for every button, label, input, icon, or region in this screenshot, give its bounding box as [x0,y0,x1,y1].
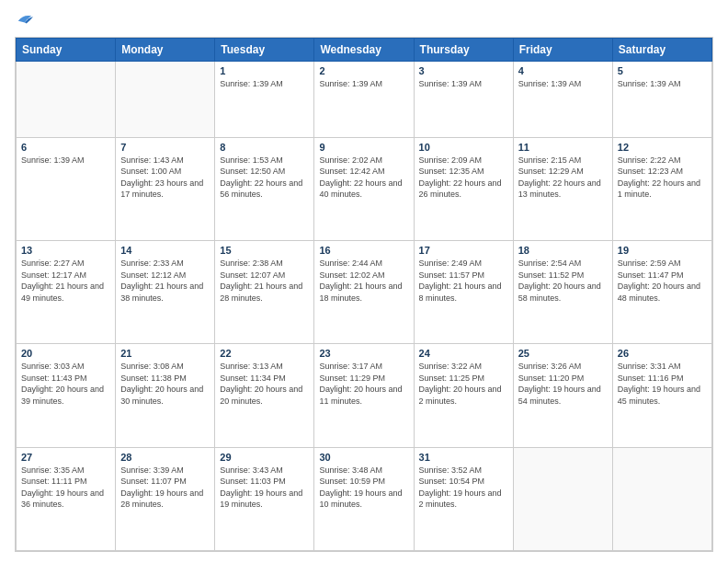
day-info: Sunrise: 2:49 AM Sunset: 11:57 PM Daylig… [419,258,508,304]
logo [15,11,33,29]
calendar-cell: 26Sunrise: 3:31 AM Sunset: 11:16 PM Dayl… [612,344,711,447]
day-number: 4 [518,65,608,76]
day-number: 3 [419,65,508,76]
day-info: Sunrise: 3:39 AM Sunset: 11:07 PM Daylig… [120,465,210,511]
calendar-cell: 12Sunrise: 2:22 AM Sunset: 12:23 AM Dayl… [612,137,711,240]
day-info: Sunrise: 1:39 AM [618,78,707,90]
day-number: 22 [220,348,309,359]
day-number: 29 [220,452,309,463]
calendar-week-3: 13Sunrise: 2:27 AM Sunset: 12:17 AM Dayl… [17,240,712,343]
day-info: Sunrise: 1:39 AM [319,78,408,90]
weekday-header-sunday: Sunday [17,38,116,61]
day-number: 26 [618,348,707,359]
day-number: 12 [618,142,707,153]
calendar-cell [17,61,116,137]
calendar-cell [116,61,215,137]
day-info: Sunrise: 1:43 AM Sunset: 1:00 AM Dayligh… [120,155,210,201]
weekday-header-thursday: Thursday [414,38,513,61]
day-number: 16 [319,245,408,256]
calendar: SundayMondayTuesdayWednesdayThursdayFrid… [15,37,713,552]
day-number: 7 [120,142,210,153]
calendar-cell: 14Sunrise: 2:33 AM Sunset: 12:12 AM Dayl… [116,240,215,343]
day-info: Sunrise: 3:22 AM Sunset: 11:25 PM Daylig… [419,361,508,407]
weekday-header-tuesday: Tuesday [215,38,314,61]
day-info: Sunrise: 2:15 AM Sunset: 12:29 AM Daylig… [518,155,608,201]
calendar-cell: 17Sunrise: 2:49 AM Sunset: 11:57 PM Dayl… [414,240,513,343]
weekday-header-monday: Monday [116,38,215,61]
day-info: Sunrise: 2:27 AM Sunset: 12:17 AM Daylig… [21,258,110,304]
day-info: Sunrise: 2:22 AM Sunset: 12:23 AM Daylig… [618,155,707,201]
calendar-cell: 6Sunrise: 1:39 AM [17,137,116,240]
header [15,11,713,29]
calendar-week-1: 1Sunrise: 1:39 AM2Sunrise: 1:39 AM3Sunri… [17,61,712,137]
calendar-cell [513,447,612,550]
day-number: 27 [21,452,110,463]
day-number: 13 [21,245,110,256]
calendar-cell: 1Sunrise: 1:39 AM [215,61,314,137]
day-info: Sunrise: 2:54 AM Sunset: 11:52 PM Daylig… [518,258,608,304]
day-number: 5 [618,65,707,76]
day-number: 19 [618,245,707,256]
calendar-cell: 31Sunrise: 3:52 AM Sunset: 10:54 PM Dayl… [414,447,513,550]
calendar-cell: 5Sunrise: 1:39 AM [612,61,711,137]
calendar-cell: 13Sunrise: 2:27 AM Sunset: 12:17 AM Dayl… [17,240,116,343]
day-info: Sunrise: 2:09 AM Sunset: 12:35 AM Daylig… [419,155,508,201]
calendar-cell: 23Sunrise: 3:17 AM Sunset: 11:29 PM Dayl… [314,344,414,447]
day-info: Sunrise: 2:44 AM Sunset: 12:02 AM Daylig… [319,258,408,304]
day-number: 24 [419,348,508,359]
calendar-cell: 30Sunrise: 3:48 AM Sunset: 10:59 PM Dayl… [314,447,414,550]
calendar-cell: 18Sunrise: 2:54 AM Sunset: 11:52 PM Dayl… [513,240,612,343]
calendar-cell: 10Sunrise: 2:09 AM Sunset: 12:35 AM Dayl… [414,137,513,240]
day-info: Sunrise: 1:53 AM Sunset: 12:50 AM Daylig… [220,155,309,201]
day-number: 10 [419,142,508,153]
calendar-week-5: 27Sunrise: 3:35 AM Sunset: 11:11 PM Dayl… [17,447,712,550]
day-number: 9 [319,142,408,153]
calendar-cell: 28Sunrise: 3:39 AM Sunset: 11:07 PM Dayl… [116,447,215,550]
calendar-cell: 16Sunrise: 2:44 AM Sunset: 12:02 AM Dayl… [314,240,414,343]
calendar-cell: 3Sunrise: 1:39 AM [414,61,513,137]
calendar-week-2: 6Sunrise: 1:39 AM7Sunrise: 1:43 AM Sunse… [17,137,712,240]
weekday-header-wednesday: Wednesday [314,38,414,61]
calendar-cell: 4Sunrise: 1:39 AM [513,61,612,137]
weekday-header-friday: Friday [513,38,612,61]
day-info: Sunrise: 3:03 AM Sunset: 11:43 PM Daylig… [21,361,110,407]
day-info: Sunrise: 1:39 AM [21,155,110,167]
day-info: Sunrise: 3:52 AM Sunset: 10:54 PM Daylig… [419,465,508,511]
day-number: 28 [120,452,210,463]
day-number: 20 [21,348,110,359]
calendar-cell: 27Sunrise: 3:35 AM Sunset: 11:11 PM Dayl… [17,447,116,550]
page: SundayMondayTuesdayWednesdayThursdayFrid… [0,0,728,563]
day-info: Sunrise: 2:59 AM Sunset: 11:47 PM Daylig… [618,258,707,304]
day-number: 17 [419,245,508,256]
calendar-cell: 21Sunrise: 3:08 AM Sunset: 11:38 PM Dayl… [116,344,215,447]
weekday-header-saturday: Saturday [612,38,711,61]
calendar-cell: 22Sunrise: 3:13 AM Sunset: 11:34 PM Dayl… [215,344,314,447]
day-info: Sunrise: 1:39 AM [220,78,309,90]
day-info: Sunrise: 2:38 AM Sunset: 12:07 AM Daylig… [220,258,309,304]
day-number: 8 [220,142,309,153]
calendar-cell: 19Sunrise: 2:59 AM Sunset: 11:47 PM Dayl… [612,240,711,343]
day-info: Sunrise: 3:48 AM Sunset: 10:59 PM Daylig… [319,465,408,511]
day-number: 15 [220,245,309,256]
calendar-cell: 11Sunrise: 2:15 AM Sunset: 12:29 AM Dayl… [513,137,612,240]
calendar-cell: 20Sunrise: 3:03 AM Sunset: 11:43 PM Dayl… [17,344,116,447]
calendar-cell [612,447,711,550]
day-number: 1 [220,65,309,76]
day-number: 14 [120,245,210,256]
calendar-cell: 7Sunrise: 1:43 AM Sunset: 1:00 AM Daylig… [116,137,215,240]
day-info: Sunrise: 1:39 AM [518,78,608,90]
day-info: Sunrise: 2:33 AM Sunset: 12:12 AM Daylig… [120,258,210,304]
calendar-cell: 9Sunrise: 2:02 AM Sunset: 12:42 AM Dayli… [314,137,414,240]
day-number: 2 [319,65,408,76]
day-number: 30 [319,452,408,463]
day-info: Sunrise: 3:17 AM Sunset: 11:29 PM Daylig… [319,361,408,407]
logo-text [15,11,33,29]
day-number: 21 [120,348,210,359]
calendar-cell: 2Sunrise: 1:39 AM [314,61,414,137]
day-number: 31 [419,452,508,463]
bird-icon [17,12,33,25]
day-number: 6 [21,142,110,153]
day-info: Sunrise: 3:08 AM Sunset: 11:38 PM Daylig… [120,361,210,407]
day-info: Sunrise: 2:02 AM Sunset: 12:42 AM Daylig… [319,155,408,201]
day-info: Sunrise: 3:43 AM Sunset: 11:03 PM Daylig… [220,465,309,511]
